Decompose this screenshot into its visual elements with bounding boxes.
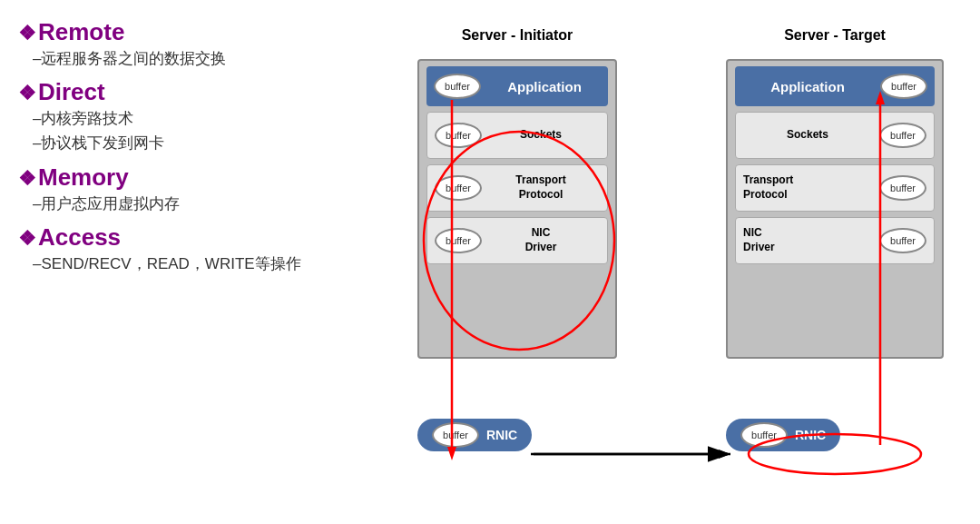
initiator-app-bar: buffer Application	[426, 66, 608, 106]
section-remote: ❖Remote –远程服务器之间的数据交换	[18, 18, 390, 71]
target-app-bar: Application buffer	[735, 66, 935, 106]
initiator-app-label: Application	[488, 79, 601, 94]
initiator-nic-buffer: buffer	[435, 228, 482, 253]
initiator-sockets-buffer: buffer	[435, 123, 482, 148]
initiator-sockets-label: Sockets	[482, 128, 600, 143]
target-transport-label: Transport Protocol	[743, 173, 872, 202]
target-sockets-row: buffer Sockets	[735, 112, 935, 159]
direct-title: ❖Direct	[18, 78, 390, 106]
target-transport-row: buffer Transport Protocol	[735, 164, 935, 212]
target-sockets-label: Sockets	[743, 128, 872, 143]
diamond-icon: ❖	[18, 22, 36, 44]
memory-sub-1: –用户态应用虚拟内存	[18, 192, 390, 216]
target-sockets-buffer: buffer	[879, 123, 926, 148]
initiator-transport-buffer: buffer	[435, 175, 482, 201]
remote-sub-1: –远程服务器之间的数据交换	[18, 46, 390, 71]
initiator-title: Server - Initiator	[462, 24, 573, 46]
target-rnic-group: buffer RNIC	[726, 419, 840, 451]
target-transport-buffer: buffer	[879, 175, 926, 201]
target-title: Server - Target	[784, 24, 886, 46]
target-rnic-bar: buffer RNIC	[726, 419, 840, 451]
section-memory: ❖Memory –用户态应用虚拟内存	[18, 163, 390, 216]
initiator-nic-label: NIC Driver	[482, 226, 600, 254]
remote-title: ❖Remote	[18, 18, 390, 46]
initiator-sockets-row: buffer Sockets	[426, 112, 608, 159]
memory-title: ❖Memory	[18, 163, 390, 192]
initiator-app-buffer: buffer	[434, 74, 481, 99]
initiator-nic-row: buffer NIC Driver	[426, 217, 608, 264]
target-app-buffer: buffer	[880, 74, 927, 99]
target-nic-label: NIC Driver	[743, 226, 872, 254]
direct-sub-2: –协议栈下发到网卡	[18, 131, 390, 155]
target-rnic-buffer: buffer	[740, 422, 788, 448]
section-direct: ❖Direct –内核旁路技术 –协议栈下发到网卡	[18, 78, 390, 155]
server-initiator-box: buffer Application buffer Sockets buffer…	[417, 59, 617, 359]
initiator-rnic-buffer: buffer	[432, 422, 479, 448]
diamond-icon-4: ❖	[18, 227, 36, 250]
target-app-label: Application	[742, 79, 873, 94]
direct-sub-1: –内核旁路技术	[18, 106, 390, 131]
initiator-transport-label: Transport Protocol	[482, 173, 600, 202]
initiator-rnic-bar: buffer RNIC	[417, 419, 532, 451]
access-sub-1: –SEND/RECV，READ，WRITE等操作	[18, 252, 390, 276]
target-rnic-label: RNIC	[795, 428, 826, 442]
initiator-transport-row: buffer Transport Protocol	[426, 164, 608, 212]
server-target-box: Application buffer buffer Sockets buffer…	[726, 59, 944, 359]
initiator-rnic-label: RNIC	[486, 428, 517, 442]
target-nic-row: buffer NIC Driver	[735, 217, 935, 264]
access-title: ❖Access	[18, 223, 390, 252]
diamond-icon-3: ❖	[18, 167, 36, 190]
initiator-rnic-group: buffer RNIC	[417, 419, 532, 451]
target-nic-buffer: buffer	[879, 228, 926, 253]
left-panel: ❖Remote –远程服务器之间的数据交换 ❖Direct –内核旁路技术 –协…	[18, 18, 390, 283]
section-access: ❖Access –SEND/RECV，READ，WRITE等操作	[18, 223, 390, 276]
diagram-area: Server - Initiator Server - Target buffe…	[390, 9, 971, 515]
diamond-icon-2: ❖	[18, 82, 36, 104]
